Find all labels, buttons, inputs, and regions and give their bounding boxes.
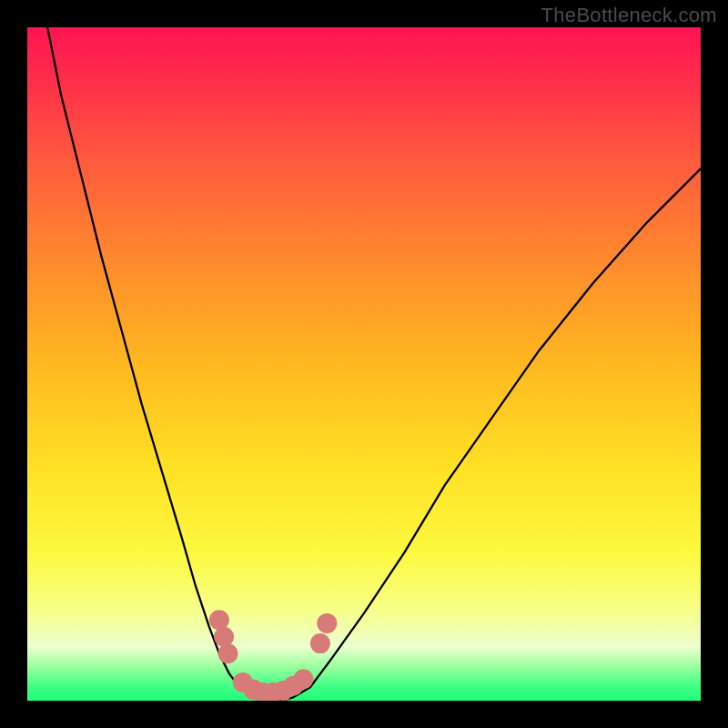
highlight-dot (310, 633, 330, 653)
curve-layer (27, 27, 701, 701)
highlight-dot (209, 610, 229, 630)
chart-frame: TheBottleneck.com (0, 0, 728, 728)
watermark-text: TheBottleneck.com (541, 4, 717, 27)
highlight-dot (317, 613, 337, 633)
plot-area (27, 27, 701, 701)
bottleneck-curve (47, 27, 701, 701)
highlight-dot (218, 643, 238, 663)
highlight-dot (214, 627, 234, 647)
highlight-dot (293, 669, 313, 689)
